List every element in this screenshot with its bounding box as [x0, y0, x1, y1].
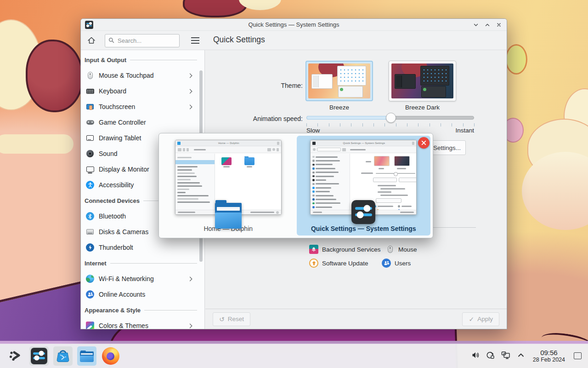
chevron-right-icon: [188, 323, 192, 328]
sidebar-item-online-accounts[interactable]: Online Accounts: [81, 287, 204, 302]
theme-option-breeze[interactable]: [305, 61, 373, 101]
window-header: Quick Settings: [81, 31, 507, 50]
section-header: Input & Output: [81, 52, 204, 68]
animation-speed-slider[interactable]: [306, 113, 474, 123]
breeze-preview: [308, 63, 370, 98]
keyboard-icon: [85, 86, 95, 96]
mini-folder-desktop: [221, 157, 232, 167]
check-icon: ✓: [469, 316, 474, 322]
chevron-up-icon: [516, 351, 526, 361]
titlebar[interactable]: Quick Settings — System Settings: [81, 19, 507, 31]
theme-label: Theme:: [205, 82, 303, 89]
wallpaper-strip: [0, 341, 588, 344]
speaker-icon: [471, 351, 480, 361]
clock-time: 09:56: [533, 349, 565, 357]
firefox-icon: [102, 347, 119, 365]
hamburger-icon: [191, 37, 199, 44]
section-header: Appearance & Style: [81, 302, 204, 318]
close-window-button[interactable]: [418, 137, 430, 149]
system-settings-app-icon: [351, 200, 375, 224]
theme-caption-breeze: Breeze: [305, 104, 373, 111]
desktop: Quick Settings — System Settings Quick S…: [0, 0, 588, 368]
chevron-right-icon: [188, 104, 192, 109]
taskbar-dolphin[interactable]: [77, 346, 96, 366]
mouse-icon: [385, 245, 395, 254]
slider-max-label: Instant: [428, 127, 474, 134]
slider-handle[interactable]: [386, 113, 396, 123]
dolphin-app-icon: [215, 199, 242, 229]
taskbar-firefox[interactable]: [101, 346, 120, 366]
themes-icon: [85, 321, 95, 329]
chevron-right-icon: [188, 276, 192, 281]
chevron-right-icon: [188, 73, 192, 78]
monitor-icon: [501, 351, 511, 361]
bell-icon: [309, 245, 318, 254]
mouse-icon: [85, 71, 95, 80]
most-used-background-services[interactable]: Background Services: [309, 245, 381, 254]
digital-clock[interactable]: 09:56 28 Feb 2024: [531, 349, 567, 363]
tray-expander-button[interactable]: [516, 351, 526, 361]
slider-fill: [306, 116, 391, 120]
show-desktop-button[interactable]: [574, 352, 582, 359]
slider-ticks: [306, 123, 475, 126]
sidebar-item-wifi-networking[interactable]: Wi-Fi & Networking: [81, 271, 204, 287]
taskbar-system-settings[interactable]: [29, 346, 49, 366]
users-icon: [382, 259, 391, 268]
network-tray-button[interactable]: [486, 351, 496, 361]
wallpaper-bush: [26, 40, 84, 112]
most-used-mouse[interactable]: Mouse: [385, 245, 417, 254]
most-used-users[interactable]: Users: [382, 259, 411, 268]
wallpaper-bush: [183, 0, 247, 17]
theme-option-breeze-dark[interactable]: [389, 61, 456, 101]
hamburger-menu-button[interactable]: [191, 37, 200, 44]
wallpaper-sun: [505, 44, 527, 75]
minimize-button[interactable]: [472, 21, 480, 29]
disk-icon: [85, 227, 95, 236]
tablet-icon: [85, 133, 95, 143]
system-settings-icon: [31, 348, 47, 364]
wallpaper-cloud: [0, 134, 74, 154]
system-settings-mini-icon: [312, 142, 316, 145]
clock-date: 28 Feb 2024: [533, 356, 565, 363]
task-switcher-item-system-settings[interactable]: Quick Settings — System Settings: [297, 136, 431, 236]
dolphin-mini-icon: [177, 142, 181, 145]
accessibility-icon: [85, 180, 95, 190]
sidebar-item-thunderbolt[interactable]: Thunderbolt: [81, 240, 204, 255]
animation-speed-label: Animation speed:: [205, 115, 303, 122]
accounts-icon: [85, 290, 95, 299]
kde-launcher-icon: [8, 349, 22, 363]
sidebar-item-colors-themes[interactable]: Colors & Themes: [81, 318, 204, 329]
theme-caption-breeze-dark: Breeze Dark: [389, 104, 456, 111]
sidebar-item-mouse-touchpad[interactable]: Mouse & Touchpad: [81, 68, 204, 83]
home-button[interactable]: [86, 35, 97, 46]
sidebar-item-keyboard[interactable]: Keyboard: [81, 83, 204, 99]
apply-button[interactable]: ✓Apply: [462, 312, 499, 326]
folder-icon: [80, 350, 94, 362]
maximize-button[interactable]: [484, 21, 491, 29]
globe-icon: [85, 274, 95, 283]
section-header: Internet: [81, 255, 204, 271]
app-launcher-button[interactable]: [6, 346, 25, 366]
most-used-software-update[interactable]: Software Update: [309, 259, 368, 268]
speaker-icon: [85, 149, 95, 158]
reset-icon: ↺: [219, 316, 225, 322]
chevron-right-icon: [188, 89, 192, 93]
mini-folder: [244, 157, 254, 167]
monitor-icon: [85, 165, 95, 174]
thunderbolt-icon: [85, 243, 95, 252]
task-switcher-item-dolphin[interactable]: Home — Dolphin: [161, 136, 295, 236]
display-tray-button[interactable]: [501, 351, 511, 361]
sidebar-item-touchscreen[interactable]: Touchscreen: [81, 99, 204, 115]
task-switcher-popup: Home — Dolphin: [158, 133, 433, 238]
close-button[interactable]: [495, 21, 503, 29]
button-bar: ↺Reset ✓Apply: [205, 309, 507, 329]
search-icon: [108, 37, 114, 45]
taskbar-discover[interactable]: [53, 346, 73, 366]
volume-tray-button[interactable]: [470, 351, 481, 361]
search-box[interactable]: [105, 34, 180, 47]
sidebar-item-game-controller[interactable]: Game Controller: [81, 115, 204, 130]
page-title: Quick Settings: [213, 35, 265, 45]
search-input[interactable]: [117, 37, 176, 45]
reset-button[interactable]: ↺Reset: [213, 312, 250, 326]
gamepad-icon: [85, 118, 95, 127]
